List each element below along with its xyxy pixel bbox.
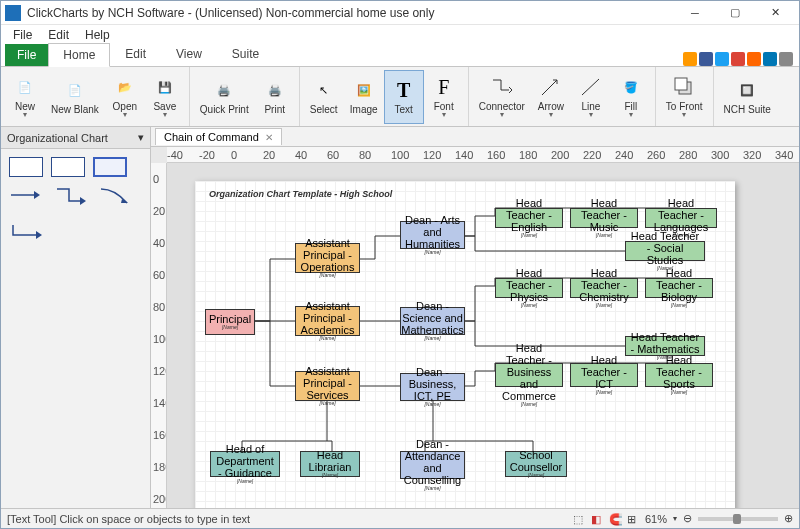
node-ht-ict[interactable]: Head Teacher - ICT[Name] [570, 363, 638, 387]
node-ap-serv[interactable]: Assistant Principal - Services[Name] [295, 371, 360, 401]
font-icon: F [432, 75, 456, 99]
image-button[interactable]: 🖼️Image [344, 70, 384, 124]
new-blank-button[interactable]: 📄New Blank [45, 70, 105, 124]
save-icon: 💾 [153, 75, 177, 99]
select-button[interactable]: ↖Select [304, 70, 344, 124]
node-ht-lang[interactable]: Head Teacher - Languages[Name] [645, 208, 717, 228]
node-dean-sci[interactable]: Dean - Science and Mathematics[Name] [400, 307, 465, 335]
node-dean-att[interactable]: Dean - Attendance and Counselling[Name] [400, 451, 465, 479]
tab-view[interactable]: View [161, 42, 217, 66]
canvas[interactable]: Organization Chart Template - High Schoo… [167, 163, 799, 508]
chart-title: Organization Chart Template - High Schoo… [209, 189, 392, 199]
image-icon: 🖼️ [352, 78, 376, 102]
sb-icon-4[interactable]: ⊞ [627, 513, 639, 525]
line-icon [579, 75, 603, 99]
ribbon-tabs: File Home Edit View Suite [1, 45, 799, 67]
menu-help[interactable]: Help [77, 28, 118, 42]
share-icon[interactable] [779, 52, 793, 66]
sb-icon-2[interactable]: ◧ [591, 513, 603, 525]
node-ht-sport[interactable]: Head Teacher - Sports[Name] [645, 363, 713, 387]
to-front-button[interactable]: To Front▾ [660, 70, 709, 124]
chevron-down-icon: ▾ [138, 131, 144, 144]
shape-rect-3[interactable] [93, 157, 127, 177]
print-button[interactable]: 🖨️Print [255, 70, 295, 124]
sidebar-header[interactable]: Organizational Chart ▾ [1, 127, 150, 149]
node-dean-bus[interactable]: Dean - Business, ICT, PE[Name] [400, 373, 465, 401]
text-button[interactable]: TText [384, 70, 424, 124]
node-ht-math[interactable]: Head Teacher - Mathematics[Name] [625, 336, 705, 356]
close-tab-icon[interactable]: ✕ [265, 132, 273, 143]
node-principal[interactable]: Principal[Name] [205, 309, 255, 335]
node-ht-mus[interactable]: Head Teacher - Music[Name] [570, 208, 638, 228]
twitter-icon[interactable] [715, 52, 729, 66]
sb-icon-3[interactable]: 🧲 [609, 513, 621, 525]
node-counsellor[interactable]: School Counsellor[Name] [505, 451, 567, 477]
text-icon: T [392, 78, 416, 102]
doc-tabs: Chain of Command ✕ [151, 127, 799, 147]
statusbar: [Text Tool] Click on space or objects to… [1, 508, 799, 528]
doc-tab-chain[interactable]: Chain of Command ✕ [155, 128, 282, 145]
node-ht-eng[interactable]: Head Teacher - English[Name] [495, 208, 563, 228]
thumbs-icon[interactable] [683, 52, 697, 66]
node-ap-ops[interactable]: Assistant Principal - Operations[Name] [295, 243, 360, 273]
zoom-slider[interactable] [698, 517, 778, 521]
arrow-icon [539, 75, 563, 99]
menu-edit[interactable]: Edit [40, 28, 77, 42]
open-button[interactable]: 📂Open▾ [105, 70, 145, 124]
ruler-horizontal: -40-200204060801001201401601802002202402… [167, 147, 799, 163]
ruler-vertical: 020406080100120140160180200220 [151, 163, 167, 508]
nch-suite-button[interactable]: 🔲NCH Suite [718, 70, 777, 124]
print-icon: 🖨️ [263, 78, 287, 102]
node-ht-chem[interactable]: Head Teacher - Chemistry[Name] [570, 278, 638, 298]
zoom-in-button[interactable]: ⊕ [784, 512, 793, 525]
new-button[interactable]: 📄New▾ [5, 70, 45, 124]
node-ht-buscom[interactable]: Head Teacher - Business and Commerce[Nam… [495, 363, 563, 387]
main-area: Chain of Command ✕ -40-20020406080100120… [151, 127, 799, 508]
shape-rect-2[interactable] [51, 157, 85, 177]
maximize-button[interactable]: ▢ [715, 1, 755, 25]
window-title: ClickCharts by NCH Software - (Unlicense… [27, 6, 675, 20]
svg-line-1 [582, 79, 599, 95]
tab-file[interactable]: File [5, 44, 48, 66]
shape-curve-1[interactable] [97, 185, 133, 205]
connector-button[interactable]: Connector▾ [473, 70, 531, 124]
connector-icon [490, 75, 514, 99]
tab-edit[interactable]: Edit [110, 42, 161, 66]
node-hod-guide[interactable]: Head of Department - Guidance[Name] [210, 451, 280, 477]
minimize-button[interactable]: ─ [675, 1, 715, 25]
node-ap-acad[interactable]: Assistant Principal - Academics[Name] [295, 306, 360, 336]
titlebar: ClickCharts by NCH Software - (Unlicense… [1, 1, 799, 25]
tab-suite[interactable]: Suite [217, 42, 274, 66]
line-button[interactable]: Line▾ [571, 70, 611, 124]
quick-print-button[interactable]: 🖨️Quick Print [194, 70, 255, 124]
tab-home[interactable]: Home [48, 43, 110, 67]
app-icon [5, 5, 21, 21]
facebook-icon[interactable] [699, 52, 713, 66]
close-button[interactable]: ✕ [755, 1, 795, 25]
arrow-button[interactable]: Arrow▾ [531, 70, 571, 124]
zoom-label: 61% [645, 513, 667, 525]
node-ht-bio[interactable]: Head Teacher - Biology[Name] [645, 278, 713, 298]
page[interactable]: Organization Chart Template - High Schoo… [195, 181, 735, 508]
node-librarian[interactable]: Head Librarian[Name] [300, 451, 360, 477]
fill-button[interactable]: 🪣Fill▾ [611, 70, 651, 124]
zoom-out-button[interactable]: ⊖ [683, 512, 692, 525]
node-ht-soc[interactable]: Head Teacher - Social Studies[Name] [625, 241, 705, 261]
font-button[interactable]: FFont▾ [424, 70, 464, 124]
save-button[interactable]: 💾Save▾ [145, 70, 185, 124]
workarea: Organizational Chart ▾ Chain of Command … [1, 127, 799, 508]
zoom-dropdown-icon[interactable]: ▾ [673, 514, 677, 523]
node-ht-phys[interactable]: Head Teacher - Physics[Name] [495, 278, 563, 298]
google-icon[interactable] [731, 52, 745, 66]
new-blank-icon: 📄 [63, 78, 87, 102]
shape-elbow-1[interactable] [53, 185, 89, 205]
rss-icon[interactable] [747, 52, 761, 66]
menu-file[interactable]: File [5, 28, 40, 42]
node-dean-arts[interactable]: Dean - Arts and Humanities[Name] [400, 221, 465, 249]
linkedin-icon[interactable] [763, 52, 777, 66]
shape-elbow-2[interactable] [9, 221, 45, 241]
shape-arrow-1[interactable] [9, 185, 45, 205]
sb-icon-1[interactable]: ⬚ [573, 513, 585, 525]
shape-rect-1[interactable] [9, 157, 43, 177]
quick-print-icon: 🖨️ [212, 78, 236, 102]
